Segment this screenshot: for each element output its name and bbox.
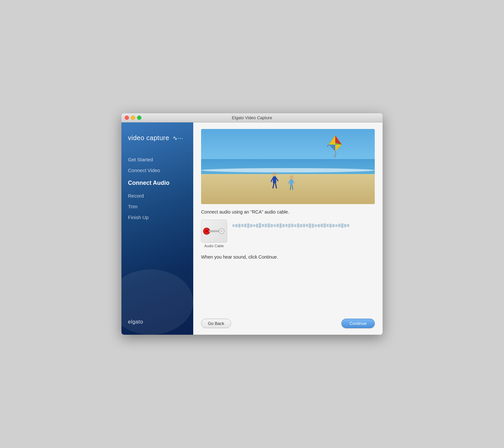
- level-bar: [335, 224, 338, 227]
- level-bar: [341, 223, 343, 228]
- level-bar: [344, 224, 346, 227]
- level-bar: [303, 224, 305, 227]
- cable-image: [201, 220, 227, 243]
- cable-image-wrapper: Audio Cable: [201, 220, 227, 248]
- level-bar: [291, 224, 293, 227]
- kite-svg: [327, 135, 343, 158]
- level-bar: [338, 224, 340, 227]
- level-bar: [276, 224, 279, 227]
- level-bar: [262, 224, 264, 227]
- beach-figure-2: [288, 175, 295, 192]
- svg-line-9: [273, 184, 274, 188]
- svg-point-18: [205, 230, 208, 232]
- minimize-button[interactable]: [131, 116, 135, 120]
- level-bar: [232, 224, 235, 227]
- level-bar: [285, 224, 288, 227]
- level-bar: [288, 224, 291, 228]
- sidebar-item-get-started[interactable]: Get Started: [128, 155, 187, 164]
- window-buttons: [125, 116, 141, 120]
- level-bar: [294, 224, 296, 227]
- cable-section: Audio Cable: [201, 220, 375, 248]
- svg-rect-6: [273, 176, 276, 184]
- svg-line-14: [293, 181, 294, 184]
- level-bar: [318, 224, 320, 227]
- sidebar-nav: Get Started Connect Video Connect Audio …: [121, 155, 193, 319]
- level-bar: [265, 224, 267, 227]
- level-bar: [321, 224, 323, 227]
- level-bar: [306, 224, 308, 227]
- svg-line-16: [292, 185, 293, 190]
- level-bar: [268, 223, 270, 228]
- level-bar: [282, 224, 285, 227]
- svg-line-13: [288, 181, 290, 184]
- sound-instruction-text: When you hear sound, click Continue.: [201, 254, 375, 260]
- svg-line-10: [276, 184, 276, 188]
- sidebar-item-connect-video[interactable]: Connect Video: [128, 166, 187, 175]
- svg-point-5: [272, 172, 277, 176]
- app-window: Elgato Video Capture video capture ∿··· …: [121, 113, 383, 335]
- logo-wave-icon: ∿···: [173, 135, 183, 142]
- beach-figure-1: [271, 171, 279, 191]
- svg-line-8: [276, 178, 278, 181]
- level-bar: [250, 224, 252, 227]
- cable-svg: [203, 223, 226, 239]
- level-bar: [274, 224, 276, 227]
- level-bar: [247, 223, 249, 228]
- level-bar: [259, 223, 261, 228]
- close-button[interactable]: [125, 116, 129, 120]
- main-content: Connect audio using an "RCA" audio cable…: [193, 122, 383, 335]
- instruction-text: Connect audio using an "RCA" audio cable…: [201, 209, 375, 215]
- titlebar: Elgato Video Capture: [121, 113, 383, 122]
- level-bar: [315, 224, 317, 227]
- bottom-buttons: Go Back Continue: [201, 315, 375, 328]
- window-title: Elgato Video Capture: [232, 115, 272, 120]
- sidebar-item-record[interactable]: Record: [128, 191, 187, 200]
- level-bar: [238, 224, 241, 228]
- logo-text: video capture ∿···: [128, 134, 183, 141]
- sidebar-item-trim[interactable]: Trim: [128, 202, 187, 211]
- svg-point-11: [290, 175, 293, 179]
- sidebar-logo: video capture ∿···: [121, 129, 193, 155]
- svg-rect-12: [290, 179, 293, 185]
- kite: [327, 135, 343, 159]
- level-bar: [256, 224, 258, 228]
- level-bar: [235, 224, 238, 227]
- audio-levels: [232, 220, 375, 228]
- level-bar: [309, 223, 311, 228]
- level-bar: [312, 224, 314, 228]
- level-bar: [244, 224, 246, 227]
- level-bar: [279, 223, 282, 228]
- sidebar-item-connect-audio[interactable]: Connect Audio: [128, 178, 187, 188]
- maximize-button[interactable]: [137, 116, 141, 120]
- continue-button[interactable]: Continue: [341, 319, 375, 328]
- sidebar: video capture ∿··· Get Started Connect V…: [121, 122, 193, 335]
- level-bar: [329, 224, 332, 228]
- svg-line-4: [327, 145, 329, 154]
- sidebar-item-finish-up[interactable]: Finish Up: [128, 213, 187, 222]
- go-back-button[interactable]: Go Back: [201, 319, 231, 328]
- window-body: video capture ∿··· Get Started Connect V…: [121, 122, 383, 335]
- level-bar: [326, 224, 329, 227]
- svg-point-21: [221, 230, 223, 232]
- svg-line-15: [290, 185, 291, 190]
- level-bar: [241, 224, 244, 227]
- level-bar: [347, 224, 349, 227]
- level-bar: [253, 224, 255, 227]
- svg-marker-2: [329, 145, 335, 151]
- level-bar: [323, 223, 326, 228]
- level-bar: [300, 224, 302, 227]
- level-bar: [297, 223, 299, 228]
- svg-line-7: [271, 178, 273, 182]
- level-bar: [271, 224, 273, 227]
- sidebar-brand: elgato: [121, 319, 193, 328]
- preview-image: [201, 129, 375, 204]
- cable-label: Audio Cable: [204, 244, 224, 248]
- level-bar: [332, 224, 335, 227]
